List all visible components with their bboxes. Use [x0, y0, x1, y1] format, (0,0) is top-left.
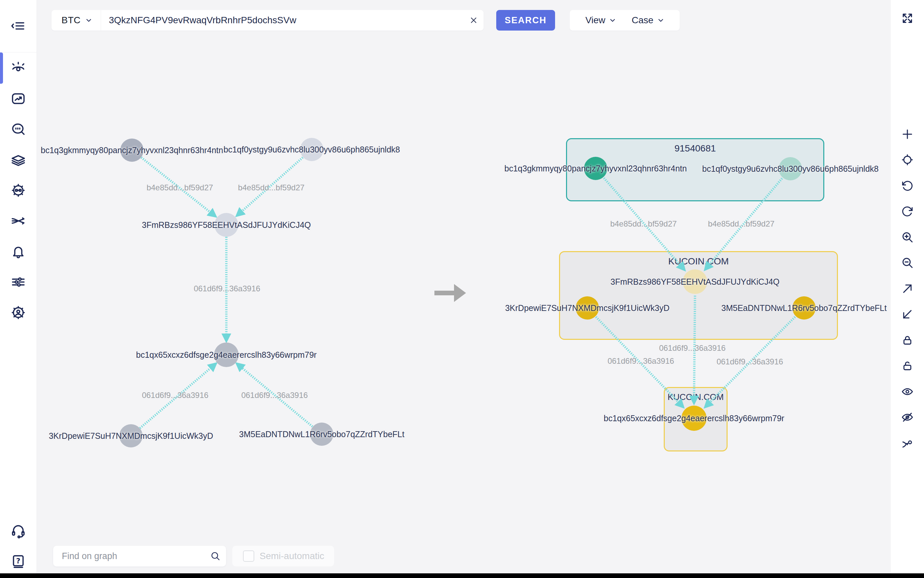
edge-tx-label[interactable]: b4e85dd...bf59d27 [708, 219, 774, 229]
find-on-graph-box [53, 546, 226, 567]
team-settings-icon [11, 305, 26, 320]
detach-node-button[interactable] [891, 432, 924, 455]
zoom-out-button[interactable] [891, 251, 924, 274]
app-root: { "topbar": { "currency_selector": { "va… [0, 0, 924, 578]
right-toolbar [891, 0, 924, 573]
top-bar: BTC SEARCH View Case [0, 0, 924, 42]
sidebar-item-market-chart[interactable] [0, 83, 37, 114]
sidebar-item-support[interactable] [0, 516, 37, 546]
sidebar-item-search-comments[interactable] [0, 114, 37, 144]
edge-tx-label[interactable]: 061d6f9...36a3916 [659, 344, 726, 353]
currency-value: BTC [62, 15, 81, 26]
layers-icon [11, 152, 26, 167]
lock-icon [901, 334, 914, 346]
semi-automatic-label: Semi-automatic [260, 551, 324, 562]
view-case-menus: View Case [570, 10, 680, 31]
show-all-button[interactable] [891, 380, 924, 403]
sidebar-divider [0, 52, 37, 52]
center-target-button[interactable] [891, 148, 924, 171]
plus-icon [901, 128, 914, 141]
left-sidebar: ? [0, 0, 37, 573]
find-search-button[interactable] [205, 551, 226, 561]
market-chart-icon [11, 91, 26, 106]
cluster-title: 91540681 [567, 143, 823, 154]
node-address-label[interactable]: bc1qx65xcxz6dfsge2g4eaerercslh83y66wrpm7… [604, 414, 784, 423]
integration-gear-icon [11, 183, 26, 198]
chevron-down-icon [85, 17, 92, 24]
zoom-in-icon [901, 231, 914, 244]
node-address-label[interactable]: 3KrDpewiE7SuH7NXMDmcsjK9f1UicWk3yD [505, 303, 670, 313]
node-address-label[interactable]: 3FmRBzs986YF58EEHVtASdJFUJYdKiCJ4Q [142, 220, 311, 230]
search-comments-icon [11, 122, 26, 137]
arrow-down-left-icon [901, 308, 914, 321]
filters-icon [11, 274, 26, 290]
search-button[interactable]: SEARCH [496, 10, 555, 31]
arrow-up-right-icon [901, 283, 914, 295]
view-menu[interactable]: View [585, 15, 616, 26]
edge-tx-label[interactable]: 061d6f9...36a3916 [241, 391, 308, 400]
sidebar-item-notifications[interactable] [0, 236, 37, 267]
node-address-label[interactable]: bc1q3gkmmyqy80pancjz7yhyvxnl23qhnr63hr4n… [41, 146, 223, 155]
case-menu[interactable]: Case [631, 15, 664, 26]
redo-button[interactable] [891, 200, 924, 223]
svg-text:?: ? [16, 557, 21, 565]
edge-tx-label[interactable]: 061d6f9...36a3916 [717, 357, 783, 366]
node-address-label[interactable]: 3KrDpewiE7SuH7NXMDmcsjK9f1UicWk3yD [49, 431, 213, 441]
sidebar-item-trace-split[interactable] [0, 206, 37, 236]
sidebar-item-layers[interactable] [0, 144, 37, 175]
undo-icon [901, 179, 914, 192]
collapse-in-button[interactable] [891, 303, 924, 326]
chevron-down-icon [609, 17, 616, 24]
expand-out-button[interactable] [891, 277, 924, 300]
edge-tx-label[interactable]: b4e85dd...bf59d27 [238, 183, 304, 192]
cluster-title: KUCOIN.COM [665, 392, 727, 402]
case-menu-label: Case [631, 15, 653, 26]
edge-tx-label[interactable]: 061d6f9...36a3916 [194, 284, 260, 293]
bell-icon [11, 244, 26, 259]
cluster-title: KUCOIN.COM [560, 256, 837, 267]
search-bar: BTC [52, 10, 483, 31]
sidebar-item-team-settings[interactable] [0, 297, 37, 328]
edge-tx-label[interactable]: 061d6f9...36a3916 [142, 391, 208, 400]
clear-search-button[interactable] [464, 10, 483, 31]
lock-button[interactable] [891, 328, 924, 352]
detach-node-icon [901, 437, 914, 450]
semi-automatic-checkbox[interactable] [243, 550, 254, 562]
redo-icon [901, 205, 914, 218]
node-address-label[interactable]: 3FmRBzs986YF58EEHVtASdJFUJYdKiCJ4Q [610, 277, 780, 287]
support-headset-icon [11, 523, 26, 539]
node-address-label[interactable]: bc1qf0ystgy9u6zvhc8lu300yv86u6ph865ujnld… [702, 164, 879, 174]
add-node-button[interactable] [891, 123, 924, 146]
sidebar-item-help[interactable]: ? [0, 546, 37, 577]
node-address-label[interactable]: 3M5EaDNTDNwL1R6rv5obo7qZZrdTYbeFLt [239, 430, 404, 439]
unlock-icon [901, 359, 914, 372]
edge-tx-label[interactable]: b4e85dd...bf59d27 [610, 219, 677, 229]
target-icon [901, 153, 914, 166]
address-search-input[interactable] [101, 15, 464, 26]
sidebar-item-filters[interactable] [0, 267, 37, 297]
undo-button[interactable] [891, 174, 924, 197]
transform-arrow [434, 284, 466, 302]
zoom-in-button[interactable] [891, 226, 924, 249]
semi-automatic-toggle: Semi-automatic [232, 546, 334, 567]
sidebar-item-graph-view[interactable] [0, 53, 37, 83]
node-address-label[interactable]: bc1qx65xcxz6dfsge2g4eaerercslh83y66wrpm7… [136, 350, 316, 360]
search-icon [210, 551, 220, 561]
hide-all-button[interactable] [891, 406, 924, 429]
edge-tx-label[interactable]: b4e85dd...bf59d27 [146, 183, 213, 192]
bottom-strip [0, 573, 924, 578]
unlock-button[interactable] [891, 354, 924, 377]
currency-selector[interactable]: BTC [52, 10, 101, 31]
eye-icon [901, 385, 914, 398]
find-on-graph-input[interactable] [53, 551, 205, 562]
edge-tx-label[interactable]: 061d6f9...36a3916 [608, 356, 674, 366]
zoom-out-icon [901, 257, 914, 269]
graph-view-icon [11, 60, 26, 76]
cluster-box-kucoin-main[interactable]: KUCOIN.COM [559, 251, 838, 340]
sidebar-item-integration-gear[interactable] [0, 175, 37, 206]
node-address-label[interactable]: 3M5EaDNTDNwL1R6rv5obo7qZZrdTYbeFLt [721, 303, 887, 313]
eye-off-icon [901, 411, 914, 424]
node-address-label[interactable]: bc1q3gkmmyqy80pancjz7yhyvxnl23qhnr63hr4n… [504, 164, 687, 174]
trace-split-icon [11, 213, 26, 229]
node-address-label[interactable]: bc1qf0ystgy9u6zvhc8lu300yv86u6ph865ujnld… [224, 145, 400, 154]
